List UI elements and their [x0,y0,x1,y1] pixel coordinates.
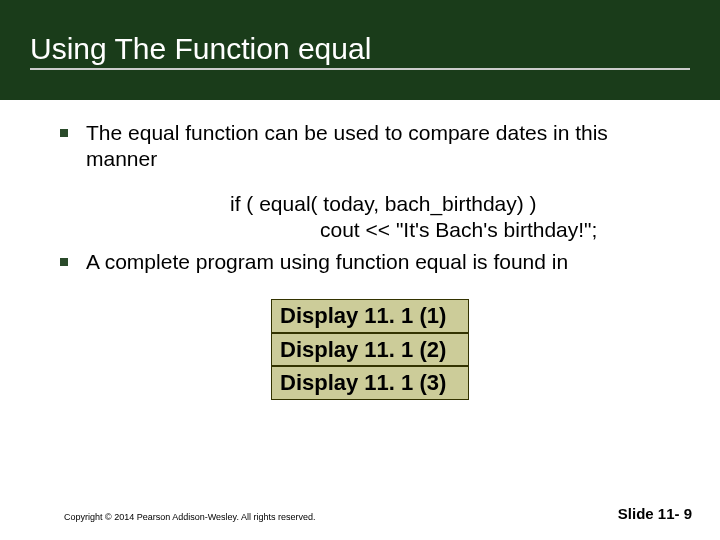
bullet-item: The equal function can be used to compar… [60,120,680,173]
code-line: cout << "It's Bach's birthday!"; [320,217,680,243]
slide: Using The Function equal The equal funct… [0,0,720,540]
bullet-square-icon [60,129,68,137]
bullet-text: The equal function can be used to compar… [86,120,680,173]
display-link[interactable]: Display 11. 1 (1) [271,299,469,333]
bullet-item: A complete program using function equal … [60,249,680,275]
bullet-square-icon [60,258,68,266]
code-line: if ( equal( today, bach_birthday) ) [230,191,680,217]
bullet-text: A complete program using function equal … [86,249,680,275]
display-link[interactable]: Display 11. 1 (2) [271,333,469,367]
title-bar: Using The Function equal [0,0,720,100]
code-block: if ( equal( today, bach_birthday) ) cout… [230,191,680,244]
slide-number: Slide 11- 9 [618,505,692,522]
copyright-text: Copyright © 2014 Pearson Addison-Wesley.… [64,512,315,522]
slide-body: The equal function can be used to compar… [0,100,720,400]
footer: Copyright © 2014 Pearson Addison-Wesley.… [0,505,720,522]
display-links: Display 11. 1 (1) Display 11. 1 (2) Disp… [271,299,469,400]
slide-title: Using The Function equal [30,32,690,70]
display-link[interactable]: Display 11. 1 (3) [271,366,469,400]
